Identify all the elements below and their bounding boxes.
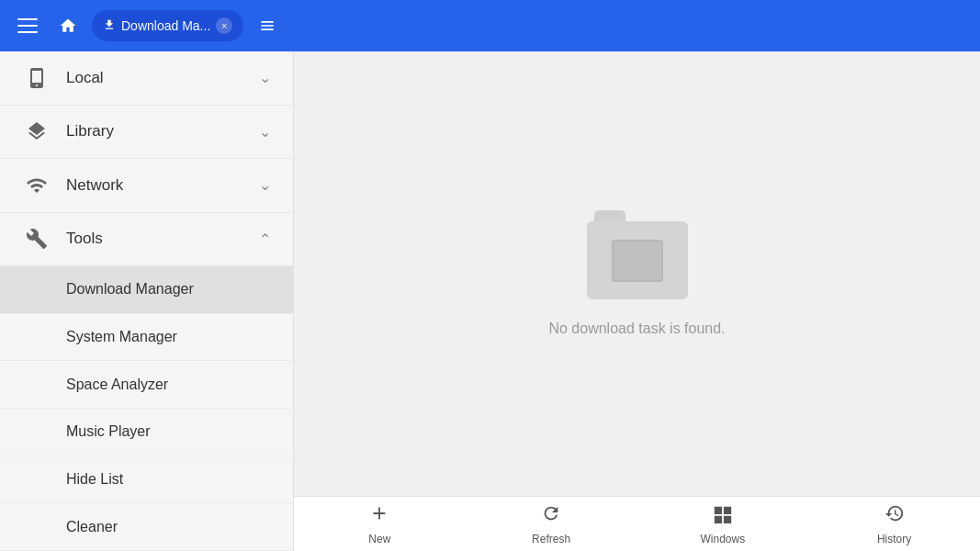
new-button[interactable]: New <box>294 497 466 551</box>
network-arrow: ⌄ <box>259 176 271 194</box>
history-button[interactable]: History <box>808 497 980 551</box>
hide-list-label: Hide List <box>66 471 123 488</box>
refresh-icon <box>541 503 561 529</box>
layers-icon <box>22 120 51 142</box>
tools-label: Tools <box>66 230 259 248</box>
sidebar-subitem-hide-list[interactable]: Hide List <box>0 456 293 504</box>
main-layout: Local ⌄ Library ⌄ Network ⌄ Tools ⌃ <box>0 51 980 551</box>
music-player-label: Music Player <box>66 423 151 440</box>
sidebar: Local ⌄ Library ⌄ Network ⌄ Tools ⌃ <box>0 51 294 551</box>
topbar: Download Ma... × <box>0 0 980 51</box>
tab-label: Download Ma... <box>121 18 210 33</box>
folder-body <box>587 221 688 299</box>
bottombar: New Refresh Windows History <box>294 496 980 551</box>
windows-icon <box>713 503 733 529</box>
sidebar-subitem-cleaner[interactable]: Cleaner <box>0 503 293 551</box>
sidebar-item-network[interactable]: Network ⌄ <box>0 159 293 213</box>
new-tab-button[interactable] <box>253 11 282 40</box>
sidebar-item-library[interactable]: Library ⌄ <box>0 106 293 160</box>
content-area: No download task is found. <box>294 51 980 496</box>
refresh-label: Refresh <box>532 533 570 545</box>
hamburger-menu-button[interactable] <box>11 9 44 42</box>
library-arrow: ⌄ <box>259 123 271 141</box>
sidebar-subitem-system-manager[interactable]: System Manager <box>0 314 293 362</box>
empty-folder-illustration <box>587 210 688 302</box>
new-label: New <box>368 533 390 545</box>
download-tab-icon <box>103 18 116 34</box>
phone-icon <box>22 67 51 89</box>
local-arrow: ⌄ <box>259 69 271 86</box>
clock-icon <box>884 503 905 529</box>
space-analyzer-label: Space Analyzer <box>66 377 168 393</box>
sidebar-subitem-space-analyzer[interactable]: Space Analyzer <box>0 361 293 409</box>
history-label: History <box>877 533 911 545</box>
sidebar-item-local[interactable]: Local ⌄ <box>0 51 293 106</box>
folder-inner <box>612 240 663 282</box>
network-icon <box>22 174 51 197</box>
tab-close-button[interactable]: × <box>216 17 232 34</box>
sidebar-subitem-music-player[interactable]: Music Player <box>0 409 293 456</box>
sidebar-subitem-download-manager[interactable]: Download Manager <box>0 266 293 314</box>
system-manager-label: System Manager <box>66 329 177 345</box>
download-manager-label: Download Manager <box>66 281 194 298</box>
empty-state: No download task is found. <box>548 210 725 337</box>
empty-state-text: No download task is found. <box>548 320 725 337</box>
windows-button[interactable]: Windows <box>637 497 809 551</box>
refresh-button[interactable]: Refresh <box>466 497 637 551</box>
wrench-icon <box>22 228 51 250</box>
plus-icon <box>369 503 389 529</box>
tools-arrow: ⌃ <box>259 231 271 248</box>
local-label: Local <box>66 69 259 87</box>
windows-label: Windows <box>701 533 746 545</box>
home-button[interactable] <box>53 11 83 40</box>
download-manager-tab[interactable]: Download Ma... × <box>92 10 243 41</box>
sidebar-item-tools[interactable]: Tools ⌃ <box>0 213 293 267</box>
cleaner-label: Cleaner <box>66 519 118 535</box>
network-label: Network <box>66 176 259 195</box>
library-label: Library <box>66 122 259 141</box>
